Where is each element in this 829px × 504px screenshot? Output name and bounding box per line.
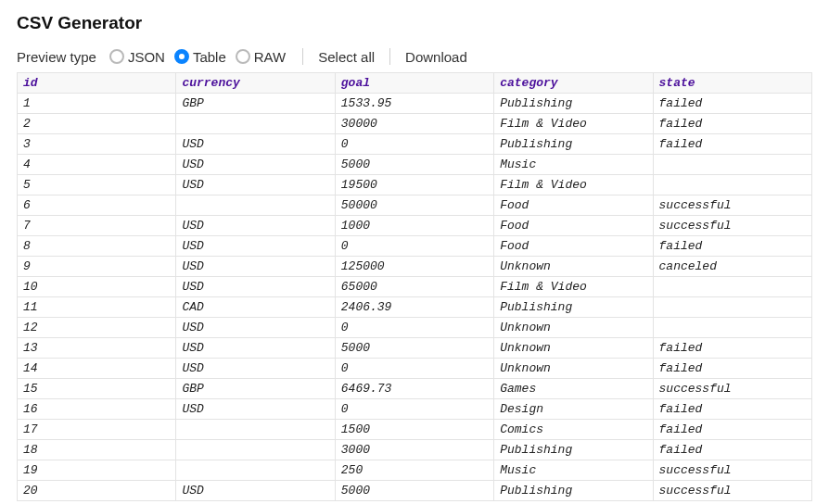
cell-goal[interactable]: 30000 xyxy=(335,114,493,134)
col-currency[interactable]: currency xyxy=(176,73,335,94)
table-row[interactable]: 7USD1000Foodsuccessful xyxy=(18,216,812,236)
table-row[interactable]: 11CAD2406.39Publishing xyxy=(18,297,812,318)
cell-goal[interactable]: 5000 xyxy=(335,155,493,175)
cell-id[interactable]: 10 xyxy=(18,277,176,297)
cell-goal[interactable]: 1533.95 xyxy=(335,94,493,114)
cell-category[interactable]: Unknown xyxy=(494,359,653,379)
table-row[interactable]: 13USD5000Unknownfailed xyxy=(18,338,812,359)
cell-currency[interactable]: USD xyxy=(176,155,335,175)
cell-category[interactable]: Music xyxy=(494,460,653,481)
cell-goal[interactable]: 3000 xyxy=(335,440,493,460)
radio-json[interactable]: JSON xyxy=(109,49,165,65)
table-row[interactable]: 183000Publishingfailed xyxy=(18,440,812,460)
cell-currency[interactable]: USD xyxy=(176,277,335,297)
col-state[interactable]: state xyxy=(653,73,811,94)
table-row[interactable]: 15GBP6469.73Gamessuccessful xyxy=(18,379,812,399)
table-row[interactable]: 3USD0Publishingfailed xyxy=(18,134,812,155)
cell-currency[interactable] xyxy=(176,440,335,460)
cell-category[interactable]: Film & Video xyxy=(494,175,653,195)
cell-id[interactable]: 19 xyxy=(18,460,176,481)
cell-id[interactable]: 14 xyxy=(18,359,176,379)
cell-category[interactable]: Design xyxy=(494,399,653,420)
cell-currency[interactable]: USD xyxy=(176,216,335,236)
table-row[interactable]: 4USD5000Music xyxy=(18,155,812,175)
cell-state[interactable] xyxy=(653,277,811,297)
cell-state[interactable]: failed xyxy=(653,236,811,257)
table-row[interactable]: 171500Comicsfailed xyxy=(18,420,812,440)
table-row[interactable]: 16USD0Designfailed xyxy=(18,399,812,420)
cell-id[interactable]: 7 xyxy=(18,216,176,236)
cell-id[interactable]: 2 xyxy=(18,114,176,134)
cell-state[interactable]: successful xyxy=(653,195,811,216)
cell-state[interactable]: failed xyxy=(653,338,811,359)
cell-state[interactable]: failed xyxy=(653,114,811,134)
cell-currency[interactable]: USD xyxy=(176,257,335,277)
table-row[interactable]: 14USD0Unknownfailed xyxy=(18,359,812,379)
cell-state[interactable]: failed xyxy=(653,399,811,420)
cell-state[interactable] xyxy=(653,297,811,318)
cell-id[interactable]: 20 xyxy=(18,481,176,501)
col-id[interactable]: id xyxy=(18,73,176,94)
cell-id[interactable]: 4 xyxy=(18,155,176,175)
cell-currency[interactable]: USD xyxy=(176,134,335,155)
cell-category[interactable]: Unknown xyxy=(494,318,653,338)
cell-state[interactable]: canceled xyxy=(653,257,811,277)
cell-state[interactable] xyxy=(653,318,811,338)
table-row[interactable]: 9USD125000Unknowncanceled xyxy=(18,257,812,277)
cell-goal[interactable]: 0 xyxy=(335,359,493,379)
cell-category[interactable]: Publishing xyxy=(494,134,653,155)
cell-currency[interactable]: GBP xyxy=(176,379,335,399)
cell-currency[interactable]: USD xyxy=(176,175,335,195)
cell-currency[interactable]: GBP xyxy=(176,94,335,114)
cell-currency[interactable]: USD xyxy=(176,399,335,420)
cell-id[interactable]: 6 xyxy=(18,195,176,216)
cell-currency[interactable] xyxy=(176,420,335,440)
cell-state[interactable]: successful xyxy=(653,481,811,501)
cell-id[interactable]: 16 xyxy=(18,399,176,420)
cell-currency[interactable]: USD xyxy=(176,318,335,338)
table-row[interactable]: 1GBP1533.95Publishingfailed xyxy=(18,94,812,114)
cell-currency[interactable]: CAD xyxy=(176,297,335,318)
col-goal[interactable]: goal xyxy=(335,73,493,94)
cell-category[interactable]: Publishing xyxy=(494,94,653,114)
cell-category[interactable]: Unknown xyxy=(494,338,653,359)
cell-state[interactable]: successful xyxy=(653,460,811,481)
cell-state[interactable]: successful xyxy=(653,379,811,399)
radio-raw[interactable]: RAW xyxy=(236,49,286,65)
table-row[interactable]: 650000Foodsuccessful xyxy=(18,195,812,216)
cell-id[interactable]: 18 xyxy=(18,440,176,460)
select-all-button[interactable]: Select all xyxy=(318,49,375,65)
cell-id[interactable]: 5 xyxy=(18,175,176,195)
cell-currency[interactable] xyxy=(176,114,335,134)
cell-goal[interactable]: 0 xyxy=(335,399,493,420)
cell-currency[interactable]: USD xyxy=(176,236,335,257)
table-row[interactable]: 8USD0Foodfailed xyxy=(18,236,812,257)
cell-state[interactable]: failed xyxy=(653,94,811,114)
cell-id[interactable]: 8 xyxy=(18,236,176,257)
cell-id[interactable]: 11 xyxy=(18,297,176,318)
cell-category[interactable]: Publishing xyxy=(494,440,653,460)
cell-goal[interactable]: 125000 xyxy=(335,257,493,277)
table-row[interactable]: 5USD19500Film & Video xyxy=(18,175,812,195)
cell-category[interactable]: Music xyxy=(494,155,653,175)
cell-id[interactable]: 3 xyxy=(18,134,176,155)
cell-id[interactable]: 15 xyxy=(18,379,176,399)
cell-goal[interactable]: 5000 xyxy=(335,481,493,501)
cell-state[interactable]: failed xyxy=(653,420,811,440)
cell-category[interactable]: Food xyxy=(494,216,653,236)
cell-category[interactable]: Publishing xyxy=(494,481,653,501)
col-category[interactable]: category xyxy=(494,73,653,94)
cell-goal[interactable]: 19500 xyxy=(335,175,493,195)
cell-currency[interactable]: USD xyxy=(176,481,335,501)
cell-goal[interactable]: 250 xyxy=(335,460,493,481)
cell-category[interactable]: Games xyxy=(494,379,653,399)
cell-category[interactable]: Comics xyxy=(494,420,653,440)
cell-category[interactable]: Film & Video xyxy=(494,114,653,134)
cell-goal[interactable]: 0 xyxy=(335,318,493,338)
radio-table[interactable]: Table xyxy=(174,49,226,65)
cell-goal[interactable]: 1500 xyxy=(335,420,493,440)
cell-goal[interactable]: 0 xyxy=(335,236,493,257)
cell-id[interactable]: 9 xyxy=(18,257,176,277)
cell-goal[interactable]: 1000 xyxy=(335,216,493,236)
table-row[interactable]: 230000Film & Videofailed xyxy=(18,114,812,134)
